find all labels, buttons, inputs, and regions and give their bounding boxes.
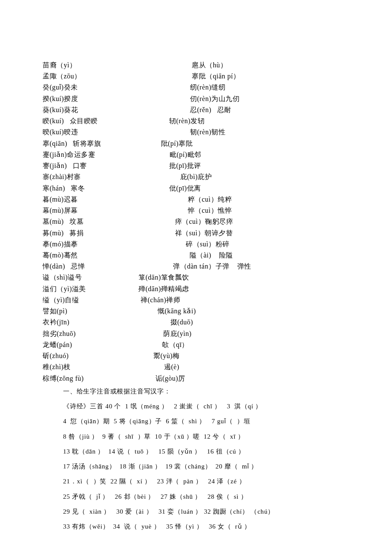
vocab-row: 暮(mù)迟暮 粹（cuì）纯粹: [43, 194, 349, 205]
vocab-row: 墓(mù) 坟墓 瘁（cuì）鞠躬尽瘁: [43, 216, 349, 227]
vocab-left: 睽(kuí) 众目睽睽: [43, 116, 138, 127]
vocab-right: 韧(rèn)韧性: [138, 127, 349, 138]
vocab-row: 寒(hán) 寒冬 仳(pī)仳离: [43, 183, 349, 194]
vocab-left: 暌(kuí)暌违: [43, 127, 138, 138]
vocab-row: 惮(dàn) 忌惮 弹（dàn tán）子弹 弹性: [43, 261, 349, 272]
vocab-left: 溢们（yì)溢美: [43, 283, 138, 295]
vocab-left: 稚(zhì)枝: [43, 361, 138, 373]
vocab-left: 譬如(pì): [43, 306, 138, 317]
vocab-left: 搴(qiān) 斩将搴旗: [43, 138, 138, 149]
vocab-right: 碎（suì）粉碎: [138, 239, 349, 250]
vocab-row: 稚(zhì)枝遏(è): [43, 361, 349, 373]
vocab-left: 斫(zhuó): [43, 350, 138, 361]
vocab-row: 葵(kuí)葵花 忍(rěn) 忍耐: [43, 104, 349, 116]
vocab-left: 苗裔（yì）: [43, 60, 138, 71]
vocab-row: 募(mù) 募捐 祥（suì）朝谇夕替: [43, 228, 349, 239]
vocab-left: 蓦(mò)蓦然: [43, 250, 138, 261]
exercise-line: 《诗经》三首 40 个 1 氓（méng ） 2 蚩蚩（ chī ） 3 淇（q…: [63, 399, 349, 414]
vocab-right: 仞(rèn)为山九仞: [138, 93, 349, 104]
vocab-right: 弹（dàn tán）子弹 弹性: [138, 261, 349, 272]
vocab-right: 毗(pí)毗邻: [138, 149, 349, 160]
vocab-left: 寨(zhài)村寨: [43, 171, 138, 182]
vocab-right: 搴阰（qiān pí）: [138, 71, 349, 82]
vocab-left: 葵(kuí)葵花: [43, 104, 138, 116]
vocab-left: 謇(jiǎn) 口謇: [43, 160, 138, 171]
vocab-row: 溢们（yì)溢美殚(dān)殚精竭虑: [43, 283, 349, 295]
vocab-right: 批(pī)批评: [138, 160, 349, 171]
vocab-right: 仳(pī)仳离: [138, 183, 349, 194]
vocab-row: 暌(kuí)暌违 韧(rèn)韧性: [43, 127, 349, 138]
vocab-row: 斫(zhuó)鬻(yù)梅: [43, 350, 349, 361]
vocab-row: 搴(qiān) 斩将搴旗 阰(pí)搴阰: [43, 138, 349, 149]
vocab-row: 苗裔（yì）扈从（hù）: [43, 60, 349, 71]
vocab-right: 欹（qī）: [138, 339, 349, 350]
vocab-right: 遏(è): [138, 361, 349, 373]
vocab-right: 慨(kāng kǎi): [138, 306, 349, 317]
vocab-row: 謇(jiǎn) 口謇 批(pī)批评: [43, 160, 349, 171]
vocab-right: 禅(chán)禅师: [138, 295, 349, 306]
vocab-row: 蹇(jiǎn)命运多蹇 毗(pí)毗邻: [43, 149, 349, 160]
vocab-right: 鬻(yù)梅: [138, 350, 349, 361]
vocab-left: 惮(dàn) 忌惮: [43, 261, 138, 272]
exercise-line: 4 愆（qiān）期 5 将（qiāng）子 6 筮（ shì ） 7 guǐ（…: [63, 414, 349, 429]
vocab-left: 龙蟠(pán): [43, 339, 138, 350]
exercise-line: 17 汤汤（shāng） 18 渐（jiān ） 19 裳（cháng） 20 …: [63, 459, 349, 474]
vocab-row: 谥（shì)谥号箪(dān)箪食瓢饮: [43, 272, 349, 283]
vocab-left: 衣衿(jīn): [43, 317, 138, 328]
vocab-left: 谥（shì)谥号: [43, 272, 138, 283]
vocab-left: 拙劣(zhuō): [43, 328, 138, 339]
section-title: 一、给生字注音或根据注音写汉字：: [63, 384, 349, 399]
vocab-left: 墓(mù) 坟墓: [43, 216, 138, 227]
exercise-line: 8 咎（jiù ） 9 蓍（ shī ）草 10 于（xū ）嗟 12 兮（ x…: [63, 429, 349, 444]
vocab-right: 瘁（cuì）鞠躬尽瘁: [138, 216, 349, 227]
vocab-row: 缢（yì)自缢禅(chán)禅师: [43, 295, 349, 306]
vocab-left: 揆(kuí)揆度: [43, 93, 138, 104]
vocab-row: 龙蟠(pán)欹（qī）: [43, 339, 349, 350]
vocab-left: 募(mù) 募捐: [43, 228, 138, 239]
vocab-left: 孟陬（zōu）: [43, 71, 138, 82]
vocab-left: 摹(mó)描摹: [43, 239, 138, 250]
vocab-right: 箪(dān)箪食瓢饮: [138, 272, 349, 283]
vocab-left: 幕(mù)屏幕: [43, 205, 138, 216]
vocab-left: 暮(mù)迟暮: [43, 194, 138, 205]
vocab-row: 棕缚(zōng fù) 诟(gòu)厉: [43, 373, 349, 384]
vocab-right: 悴（cuì）憔悴: [138, 205, 349, 216]
vocab-right: 轫(rèn)发轫: [138, 116, 349, 127]
vocab-row: 蓦(mò)蓦然 隘（ài) 险隘: [43, 250, 349, 261]
vocab-row: 衣衿(jīn) 掇(duō): [43, 317, 349, 328]
vocab-right: 祥（suì）朝谇夕替: [138, 228, 349, 239]
vocab-row: 幕(mù)屏幕 悴（cuì）憔悴: [43, 205, 349, 216]
vocab-right: 纫(rèn)缝纫: [138, 82, 349, 93]
vocab-right: 诟(gòu)厉: [138, 373, 349, 384]
exercise-line: 29 见（ xiàn ） 30 爱（ài ） 31 娈（luán ） 32 踟蹰…: [63, 504, 349, 519]
vocab-left: 癸(guǐ)癸未: [43, 82, 138, 93]
vocab-right: 阰(pí)搴阰: [138, 138, 349, 149]
vocab-row: 癸(guǐ)癸未 纫(rèn)缝纫: [43, 82, 349, 93]
vocab-right: 扈从（hù）: [138, 60, 349, 71]
vocab-row: 睽(kuí) 众目睽睽 轫(rèn)发轫: [43, 116, 349, 127]
vocab-right: 粹（cuì）纯粹: [138, 194, 349, 205]
vocab-row: 揆(kuí)揆度 仞(rèn)为山九仞: [43, 93, 349, 104]
vocab-row: 孟陬（zōu）搴阰（qiān pí）: [43, 71, 349, 82]
vocab-right: 荫庇(yìn): [138, 328, 349, 339]
vocab-right: 庇(bì)庇护: [138, 171, 349, 182]
vocab-right: 隘（ài) 险隘: [138, 250, 349, 261]
vocab-left: 缢（yì)自缢: [43, 295, 138, 306]
exercise-line: 33 有炜（wěi） 34 说（ yuè ） 35 怿（yì ） 36 女（ r…: [63, 519, 349, 534]
exercise-line: 21．xì（ ）笑 22 隰（ xí ） 23 泮（ pàn ） 24 泽（zé…: [63, 474, 349, 489]
exercise-line: 25 矛戟（ jǐ ） 26 邶（bèi ） 27 姝（shū ） 28 俟（ …: [63, 489, 349, 504]
vocab-row: 拙劣(zhuō) 荫庇(yìn): [43, 328, 349, 339]
vocab-row: 摹(mó)描摹 碎（suì）粉碎: [43, 239, 349, 250]
vocab-right: 忍(rěn) 忍耐: [138, 104, 349, 116]
vocab-left: 棕缚(zōng fù): [43, 373, 138, 384]
vocab-left: 蹇(jiǎn)命运多蹇: [43, 149, 138, 160]
vocab-left: 寒(hán) 寒冬: [43, 183, 138, 194]
vocab-row: 寨(zhài)村寨 庇(bì)庇护: [43, 171, 349, 182]
vocab-right: 殚(dān)殚精竭虑: [138, 283, 349, 295]
vocab-row: 譬如(pì)慨(kāng kǎi): [43, 306, 349, 317]
exercise-line: 13 耽（dān ） 14 说（ tuō ） 15 陨（yǔn ） 16 徂（c…: [63, 444, 349, 459]
vocab-right: 掇(duō): [138, 317, 349, 328]
